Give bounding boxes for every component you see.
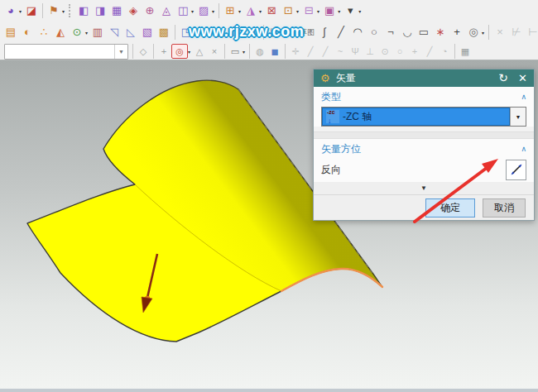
arc-corner-icon[interactable]: ¬	[382, 24, 399, 41]
through-curves-icon[interactable]: ◨	[92, 2, 108, 19]
watermark: www.rjzxw.com	[189, 23, 304, 41]
toolbar-separator	[42, 3, 43, 18]
unite-icon[interactable]: ◭	[52, 24, 69, 41]
quick-extend-icon: ⊬	[508, 24, 525, 41]
patch-body-icon[interactable]: ⊡	[280, 2, 296, 19]
delete-face-icon[interactable]: ⊠	[263, 2, 280, 19]
toolbar-separator	[249, 44, 250, 59]
reverse-direction-button[interactable]	[506, 160, 526, 180]
blend-surface-icon[interactable]: ◫	[175, 2, 191, 19]
more-tools-caret[interactable]: ▾	[342, 2, 358, 19]
dropdown-caret-icon[interactable]: ▾	[212, 8, 214, 14]
snap-point-icon[interactable]: +	[156, 45, 171, 58]
fillet-icon[interactable]: ◡	[399, 24, 416, 41]
dropdown-caret-icon[interactable]: ▾	[243, 49, 245, 55]
extrude-icon[interactable]: ▤	[2, 24, 19, 41]
offset-surface-icon[interactable]: ▨	[195, 2, 212, 19]
bottom-strip	[0, 389, 538, 392]
orientation-section-header[interactable]: 矢量方位 ∧	[314, 139, 534, 157]
rectangle-icon[interactable]: ▭	[416, 24, 432, 41]
dialog-title-bar[interactable]: ⚙ 矢量 ↻ ✕	[314, 69, 534, 87]
datum-flag-icon[interactable]: ⚑	[46, 2, 62, 19]
vector-type-dropdown[interactable]: -zc ↓ -ZC 轴 ▼	[321, 107, 526, 127]
make-corner-icon: ⊢	[525, 24, 538, 41]
variational-sweep-icon[interactable]: ◬	[158, 2, 175, 19]
close-icon[interactable]: ✕	[518, 72, 527, 84]
join-face-icon[interactable]: ⊞	[222, 2, 238, 19]
ellipse-icon[interactable]: ◎	[465, 24, 482, 41]
reset-icon[interactable]: ↻	[498, 69, 508, 87]
dropdown-caret-icon[interactable]: ▾	[296, 8, 299, 14]
type-section-header[interactable]: 类型 ∧	[314, 87, 534, 105]
dropdown-caret-icon[interactable]: ▾	[259, 8, 262, 14]
dropdown-caret-icon[interactable]: ▾	[358, 8, 361, 14]
sketch-name-combo[interactable]: ▼	[4, 44, 128, 60]
line-icon[interactable]: ╱	[333, 24, 349, 41]
collapse-chevron-icon[interactable]: ∧	[521, 93, 526, 101]
perpendicular-disabled-icon: ⊥	[363, 45, 377, 58]
ruled-surface-icon[interactable]: ◧	[75, 2, 92, 19]
studio-surface-icon[interactable]: ⊕	[142, 2, 158, 19]
type-section-label: 类型	[321, 90, 341, 104]
shell-icon[interactable]: ⊙	[69, 24, 85, 41]
reverse-row: 反向	[314, 157, 534, 182]
dropdown-caret-icon[interactable]: ▾	[188, 49, 190, 55]
toolbar-separator	[454, 44, 455, 59]
toolbar-drag-handle[interactable]	[69, 4, 73, 17]
dropdown-selected-item[interactable]: -zc ↓ -ZC 轴	[322, 108, 510, 126]
red-sheet-icon[interactable]: ◪	[23, 2, 40, 19]
dialog-footer: 确定 取消	[314, 195, 534, 220]
reverse-direction-icon	[510, 163, 523, 176]
orient-view-icon[interactable]: ◇	[136, 45, 151, 58]
studio-spline-icon[interactable]: ∗	[432, 24, 449, 41]
profile-icon[interactable]: ∫	[316, 24, 333, 41]
shaded-view-icon[interactable]: ◍	[252, 45, 267, 58]
toolbar-separator	[132, 44, 133, 59]
dropdown-caret-icon[interactable]: ▾	[338, 8, 340, 14]
dialog-expand-toggle[interactable]: ▼	[314, 182, 534, 194]
select-rectangle-icon[interactable]: ▭	[228, 45, 243, 58]
snap-mid-icon[interactable]: △	[192, 45, 207, 58]
revolve-icon[interactable]: ◐	[19, 24, 36, 41]
trim-body-icon[interactable]: ▣	[321, 2, 338, 19]
circle-icon[interactable]: ○	[366, 24, 382, 41]
curve-disabled-icon: ~	[333, 45, 348, 58]
solid-cube-icon[interactable]: ◼	[267, 45, 282, 58]
snap-enabled-icon[interactable]: ◎	[171, 44, 188, 59]
dropdown-caret-icon[interactable]: ▾	[62, 8, 65, 14]
zc-axis-icon: -zc ↓	[326, 110, 339, 123]
toolbar-separator	[175, 25, 175, 40]
shaded-sphere-icon[interactable]: ◕	[2, 2, 19, 19]
combo-caret-icon[interactable]: ▼	[114, 45, 127, 59]
snap-intersect-icon[interactable]: ×	[207, 45, 222, 58]
swept-surface-icon[interactable]: ◈	[125, 2, 142, 19]
emboss-icon[interactable]: ▧	[139, 24, 156, 41]
pattern-feature-icon[interactable]: ∴	[36, 24, 52, 41]
boss-icon[interactable]: ▩	[156, 24, 172, 41]
through-mesh-icon[interactable]: ▦	[108, 2, 125, 19]
dropdown-selected-value: -ZC 轴	[343, 110, 372, 124]
arc-icon[interactable]: ◠	[349, 24, 366, 41]
slash-disabled-icon: ╱	[422, 45, 437, 58]
x-form-icon[interactable]: ◮	[243, 2, 259, 19]
point-icon[interactable]: +	[449, 24, 465, 41]
dropdown-caret-icon[interactable]: ▾	[85, 30, 88, 36]
block-icon[interactable]: ▥	[89, 24, 106, 41]
grid-table-icon[interactable]: ▦	[458, 45, 473, 58]
cancel-button[interactable]: 取消	[483, 198, 526, 218]
dropdown-caret-icon[interactable]: ▾	[191, 8, 194, 14]
toolbar-row-3: ▼◇+◎▾△×▭▾◍◼✛╱╱~Ψ⊥⊙○+╱◔▦	[0, 43, 538, 60]
dropdown-caret-icon[interactable]: ▾	[238, 8, 241, 14]
dropdown-caret-icon[interactable]: ▾	[19, 8, 22, 14]
plus-disabled-icon: +	[407, 45, 422, 58]
dropdown-caret-icon[interactable]: ▾	[482, 30, 484, 36]
collapse-chevron-icon[interactable]: ∧	[521, 145, 526, 153]
toolbar-row-1: ◕▾◪⚑▾◧◨▦◈⊕◬◫▾▨▾⊞▾◮▾⊠⊡▾⊟▾▣▾▾▾	[0, 0, 538, 22]
dropdown-caret-icon[interactable]: ▾	[317, 8, 319, 14]
sheet-corner-icon[interactable]: ◹	[106, 24, 122, 41]
ok-button[interactable]: 确定	[425, 198, 475, 218]
toolbar-separator	[219, 3, 219, 18]
sew-sheet-icon[interactable]: ⊟	[300, 2, 317, 19]
wedge-icon[interactable]: ◺	[122, 24, 139, 41]
dropdown-open-button[interactable]: ▼	[510, 108, 526, 126]
